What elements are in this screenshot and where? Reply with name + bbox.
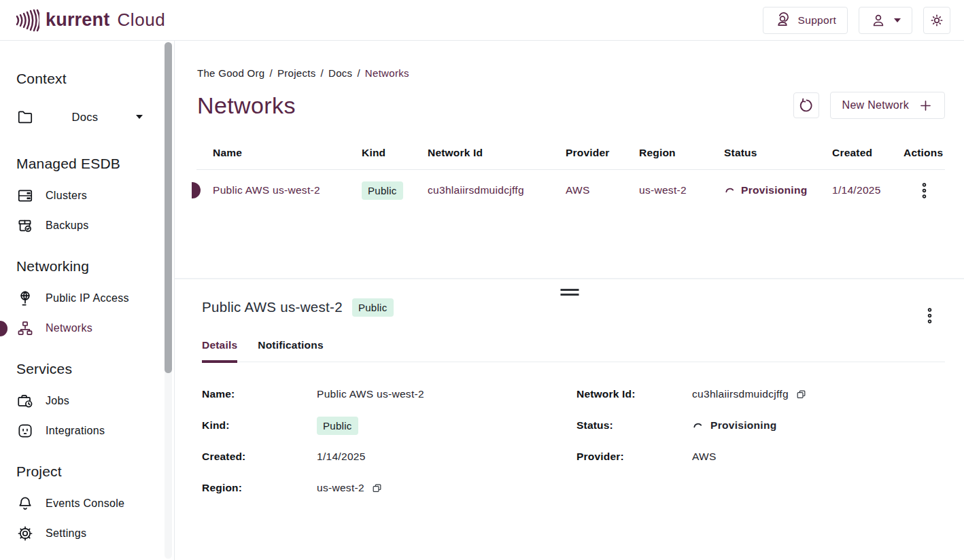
detail-actions-menu-button[interactable] (923, 304, 937, 327)
field-label-network-id: Network Id: (576, 388, 692, 400)
breadcrumb-separator: / (357, 67, 360, 79)
sidebar-item-public-ip-access[interactable]: Public IP Access (16, 290, 150, 307)
field-label-status: Status: (576, 419, 692, 432)
field-value-kind: Public (317, 417, 576, 435)
copy-region-button[interactable] (371, 483, 383, 494)
row-actions-menu-button[interactable] (917, 179, 931, 202)
plus-icon (918, 99, 933, 113)
project-selector-value: Docs (34, 111, 136, 124)
kurrent-cloud-logo[interactable]: kurrent Cloud (15, 7, 165, 34)
table-header-row: Name Kind Network Id Provider Region Sta… (196, 136, 945, 170)
sidebar-scrollbar-track[interactable] (165, 42, 172, 559)
breadcrumb-separator: / (321, 67, 324, 79)
network-detail-panel: Public AWS us-west-2 Public Details Noti… (202, 296, 945, 535)
column-header-provider: Provider (566, 147, 639, 159)
chevron-down-icon (894, 18, 901, 22)
kind-badge: Public (317, 417, 358, 435)
sidebar: Context Docs Managed ESDB Clusters (0, 41, 175, 560)
sidebar-item-events-console[interactable]: Events Console (16, 495, 150, 512)
globe-icon (16, 290, 34, 307)
bell-icon (16, 495, 34, 512)
network-id-text: cu3hlaiirsdmuidcjffg (692, 388, 789, 400)
panel-divider (175, 278, 964, 279)
sidebar-item-label: Clusters (46, 190, 87, 202)
field-label-provider: Provider: (576, 451, 692, 463)
tab-notifications[interactable]: Notifications (258, 339, 323, 362)
column-header-status: Status (724, 147, 832, 159)
refresh-icon (798, 98, 814, 113)
sidebar-heading-context: Context (16, 70, 150, 88)
logo-text-secondary: Cloud (117, 10, 165, 31)
cell-kind: Public (362, 181, 428, 200)
sidebar-item-label: Networks (46, 322, 92, 334)
project-selector[interactable]: Docs (16, 102, 143, 132)
support-icon (774, 12, 791, 29)
field-value-network-id: cu3hlaiirsdmuidcjffg (692, 388, 945, 400)
sidebar-heading-managed-esdb: Managed ESDB (16, 155, 150, 173)
support-button[interactable]: Support (763, 7, 848, 34)
column-header-name: Name (213, 147, 362, 159)
sidebar-heading-networking: Networking (16, 258, 150, 275)
column-header-kind: Kind (362, 147, 428, 159)
networks-table: Name Kind Network Id Provider Region Sta… (196, 136, 945, 211)
logo-text-primary: kurrent (46, 10, 109, 31)
app-window: kurrent Cloud Support (0, 0, 964, 560)
kind-badge: Public (362, 181, 403, 200)
column-header-created: Created (832, 147, 903, 159)
network-icon (16, 319, 34, 337)
sidebar-item-backups[interactable]: Backups (16, 217, 150, 234)
sidebar-item-label: Jobs (46, 395, 69, 407)
sidebar-item-networks[interactable]: Networks (16, 319, 150, 337)
sidebar-scrollbar-thumb[interactable] (165, 42, 172, 373)
cell-status: Provisioning (724, 184, 832, 196)
breadcrumb-org[interactable]: The Good Org (197, 67, 264, 79)
detail-fields: Name: Public AWS us-west-2 Network Id: c… (202, 379, 945, 535)
cell-name: Public AWS us-west-2 (213, 184, 362, 196)
sidebar-item-integrations[interactable]: Integrations (16, 422, 150, 440)
sidebar-heading-services: Services (16, 360, 150, 378)
breadcrumb-current: Networks (365, 67, 409, 79)
status-text: Provisioning (741, 184, 807, 196)
field-label-region: Region: (202, 482, 317, 494)
sidebar-item-label: Backups (46, 220, 88, 232)
support-label: Support (798, 14, 836, 27)
copy-icon (371, 483, 383, 494)
column-header-actions: Actions (903, 147, 945, 159)
cell-actions (903, 179, 945, 202)
refresh-button[interactable] (793, 92, 819, 118)
copy-network-id-button[interactable] (795, 389, 807, 400)
sidebar-item-label: Public IP Access (46, 292, 129, 304)
spinner-icon (692, 421, 704, 430)
table-row[interactable]: Public AWS us-west-2 Public cu3hlaiirsdm… (196, 170, 945, 211)
cell-provider: AWS (566, 184, 639, 196)
field-value-status: Provisioning (692, 419, 945, 432)
breadcrumb-docs[interactable]: Docs (328, 67, 352, 79)
spinner-icon (724, 186, 736, 194)
chevron-down-icon (136, 115, 143, 119)
breadcrumb-projects[interactable]: Projects (277, 67, 316, 79)
theme-toggle-button[interactable] (923, 7, 950, 34)
kebab-icon (927, 307, 933, 324)
cell-region: us-west-2 (639, 184, 724, 196)
field-value-name: Public AWS us-west-2 (317, 388, 576, 400)
field-label-name: Name: (202, 388, 317, 400)
selected-row-indicator (192, 182, 201, 198)
outlet-icon (16, 422, 34, 440)
status-text: Provisioning (710, 419, 776, 432)
field-value-region: us-west-2 (317, 482, 576, 494)
breadcrumb: The Good Org/Projects/Docs/Networks (197, 67, 409, 79)
detail-title: Public AWS us-west-2 (202, 299, 343, 315)
sidebar-item-clusters[interactable]: Clusters (16, 187, 150, 205)
detail-kind-badge: Public (352, 298, 394, 317)
new-network-button[interactable]: New Network (830, 92, 945, 119)
sidebar-item-settings[interactable]: Settings (16, 525, 150, 542)
tab-details[interactable]: Details (202, 339, 237, 363)
header-actions: Support (763, 7, 950, 34)
top-header: kurrent Cloud Support (0, 0, 964, 41)
user-menu-button[interactable] (859, 7, 912, 34)
sidebar-heading-project: Project (16, 463, 150, 480)
page-title: Networks (197, 92, 296, 119)
field-value-provider: AWS (692, 451, 945, 463)
sidebar-item-jobs[interactable]: Jobs (16, 392, 150, 410)
field-label-created: Created: (202, 451, 317, 463)
